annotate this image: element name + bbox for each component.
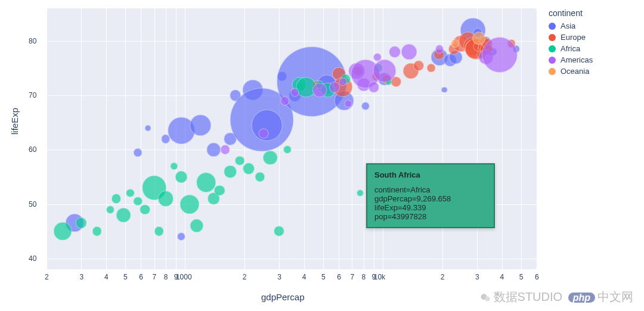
legend-label: Europe xyxy=(561,33,586,42)
data-point[interactable] xyxy=(243,163,255,175)
legend-item-americas[interactable]: Americas xyxy=(549,55,593,64)
legend-label: Oceania xyxy=(561,67,589,76)
legend-swatch xyxy=(549,68,556,75)
legend-label: Africa xyxy=(561,44,580,53)
data-point[interactable] xyxy=(224,165,237,178)
legend-item-oceania[interactable]: Oceania xyxy=(549,67,593,76)
x-tick-minor: 9 xyxy=(372,273,376,281)
hover-line: gdpPercap=9,269.658 xyxy=(374,194,487,203)
hover-tooltip: South Africa continent=Africa gdpPercap=… xyxy=(366,163,495,228)
data-point[interactable] xyxy=(220,145,230,155)
legend-item-asia[interactable]: Asia xyxy=(549,21,593,30)
y-tick: 40 xyxy=(29,254,36,263)
data-point[interactable] xyxy=(134,197,143,206)
data-point[interactable] xyxy=(140,204,150,215)
data-point[interactable] xyxy=(134,148,143,157)
x-tick-minor: 7 xyxy=(153,273,157,281)
hover-line: lifeExp=49.339 xyxy=(374,203,487,212)
data-point[interactable] xyxy=(259,128,269,138)
hover-line: pop=43997828 xyxy=(374,212,487,221)
x-tick-minor: 3 xyxy=(277,273,281,281)
data-point[interactable] xyxy=(473,32,486,45)
data-point[interactable] xyxy=(196,172,216,192)
x-tick-major: 1000 xyxy=(176,273,192,281)
legend-swatch xyxy=(549,57,556,64)
y-tick: 70 xyxy=(29,91,36,99)
x-tick-minor: 4 xyxy=(104,273,109,281)
hover-line: continent=Africa xyxy=(374,185,487,194)
data-point[interactable] xyxy=(92,226,102,237)
x-tick-minor: 4 xyxy=(302,273,306,281)
data-point[interactable] xyxy=(154,226,164,237)
legend-swatch xyxy=(549,34,556,41)
x-tick-minor: 6 xyxy=(139,273,143,281)
data-point[interactable] xyxy=(441,87,448,94)
x-tick-minor: 7 xyxy=(350,273,354,281)
data-point[interactable] xyxy=(280,96,290,105)
data-point[interactable] xyxy=(427,64,436,73)
x-tick-minor: 2 xyxy=(441,273,445,281)
legend-item-europe[interactable]: Europe xyxy=(549,33,593,42)
x-tick-minor: 5 xyxy=(123,273,128,281)
x-axis-title: gdpPercap xyxy=(261,292,305,302)
data-point[interactable] xyxy=(175,170,188,183)
data-point[interactable] xyxy=(290,88,299,97)
data-point[interactable] xyxy=(116,207,131,222)
data-point[interactable] xyxy=(190,114,211,136)
y-tick: 50 xyxy=(29,200,36,209)
legend-item-africa[interactable]: Africa xyxy=(549,44,593,53)
hover-country: South Africa xyxy=(374,170,487,179)
data-point[interactable] xyxy=(214,185,225,196)
data-point[interactable] xyxy=(76,217,87,229)
data-point[interactable] xyxy=(312,83,327,97)
y-axis-title: lifeExp xyxy=(10,108,20,135)
x-tick-minor: 6 xyxy=(535,273,539,281)
watermark: 数据STUDIO php中文网 xyxy=(479,289,633,305)
legend-swatch xyxy=(549,23,556,30)
x-tick-minor: 2 xyxy=(45,273,49,281)
legend-swatch xyxy=(549,45,556,52)
legend-label: Asia xyxy=(561,21,575,30)
x-tick-minor: 8 xyxy=(362,273,366,281)
data-point[interactable] xyxy=(144,125,151,131)
svg-point-1 xyxy=(485,296,490,301)
svg-point-0 xyxy=(481,294,487,300)
y-tick: 60 xyxy=(29,145,36,154)
data-point[interactable] xyxy=(482,37,518,73)
x-tick-minor: 9 xyxy=(174,273,178,281)
legend-title: continent xyxy=(549,8,593,18)
data-point[interactable] xyxy=(263,151,278,166)
x-tick-minor: 8 xyxy=(164,273,168,281)
legend: continent AsiaEuropeAfricaAmericasOceani… xyxy=(549,8,593,78)
data-point[interactable] xyxy=(389,46,401,58)
x-tick-minor: 6 xyxy=(337,273,341,281)
x-tick-minor: 3 xyxy=(79,273,83,281)
data-point[interactable] xyxy=(339,77,347,86)
x-tick-minor: 4 xyxy=(500,273,504,281)
x-tick-minor: 2 xyxy=(243,273,247,281)
legend-label: Americas xyxy=(561,55,593,64)
x-tick-minor: 5 xyxy=(519,273,524,281)
y-tick: 80 xyxy=(29,37,36,45)
data-point[interactable] xyxy=(401,44,417,60)
x-tick-minor: 3 xyxy=(475,273,479,281)
data-point[interactable] xyxy=(413,60,424,71)
data-point[interactable] xyxy=(373,59,396,82)
data-point[interactable] xyxy=(235,156,245,166)
data-point[interactable] xyxy=(53,222,72,241)
x-tick-minor: 5 xyxy=(321,273,326,281)
data-point[interactable] xyxy=(345,99,352,107)
